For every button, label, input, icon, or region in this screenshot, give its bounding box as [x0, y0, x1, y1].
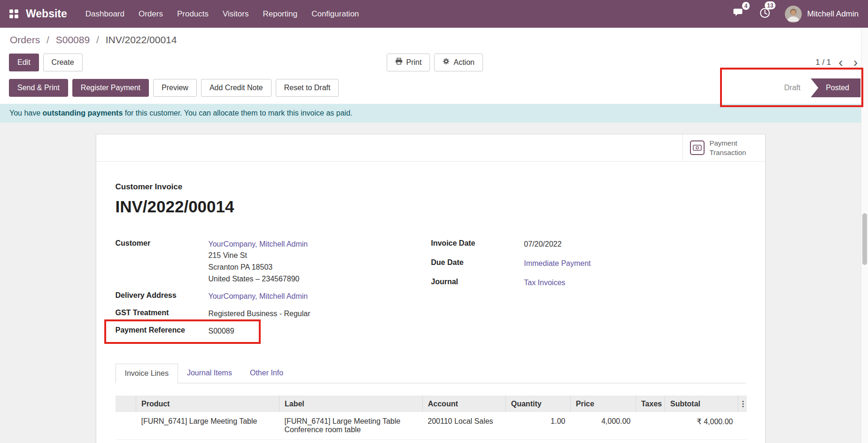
- sheet-body: Customer Invoice INV/2022/00014 Customer…: [96, 162, 765, 443]
- address-line: United States – 234567890: [209, 273, 308, 285]
- gst-treatment-value: Registered Business - Regular: [209, 308, 310, 319]
- menu-configuration[interactable]: Configuration: [304, 0, 366, 28]
- tab-journal-items[interactable]: Journal Items: [178, 364, 241, 383]
- breadcrumb-orders[interactable]: Orders: [10, 34, 40, 45]
- outstanding-payments-alert: You have outstanding payments for this c…: [0, 104, 868, 123]
- menu-dashboard[interactable]: Dashboard: [78, 0, 132, 28]
- add-credit-note-button[interactable]: Add Credit Note: [201, 79, 271, 96]
- field-payment-reference: Payment Reference S00089: [116, 326, 431, 337]
- cell-product: [FURN_6741] Large Meeting Table: [136, 412, 279, 440]
- preview-button[interactable]: Preview: [153, 79, 197, 96]
- payment-terms-link[interactable]: Immediate Payment: [524, 259, 591, 267]
- edit-button[interactable]: Edit: [9, 54, 39, 71]
- due-date-label: Due Date: [431, 258, 524, 269]
- activities-badge: 13: [765, 1, 775, 9]
- breadcrumb-separator: /: [46, 34, 49, 45]
- register-payment-button[interactable]: Register Payment: [72, 79, 149, 96]
- send-print-button[interactable]: Send & Print: [9, 79, 68, 96]
- field-gst-treatment: GST Treatment Registered Business - Regu…: [116, 308, 431, 319]
- journal-link[interactable]: Tax Invoices: [524, 279, 566, 287]
- user-menu[interactable]: Mitchell Admin: [785, 6, 859, 23]
- column-product[interactable]: Product: [136, 396, 279, 412]
- grid-square: [9, 9, 13, 13]
- pager-next-icon[interactable]: ›: [851, 56, 860, 69]
- messages-badge: 4: [742, 2, 750, 10]
- field-group: Customer YourCompany, Mitchell Admin 215…: [116, 239, 746, 343]
- alert-text: You have: [9, 109, 43, 117]
- main-menu: Dashboard Orders Products Visitors Repor…: [78, 0, 366, 28]
- delivery-address-label: Delivery Address: [116, 291, 209, 302]
- address-line: 215 Vine St: [209, 250, 308, 262]
- customer-label: Customer: [116, 239, 209, 285]
- invoice-line-row[interactable]: [FURN_6741] Large Meeting Table [FURN_67…: [116, 412, 747, 440]
- cell-account: 200110 Local Sales: [423, 412, 506, 440]
- clock-icon: [760, 12, 770, 20]
- cell-subtotal: ₹ 4,000.00: [665, 412, 738, 440]
- invoice-number-title: INV/2022/00014: [116, 197, 746, 216]
- menu-visitors[interactable]: Visitors: [216, 0, 256, 28]
- drag-handle-cell: [116, 412, 136, 440]
- messages-button[interactable]: 4: [727, 5, 751, 23]
- user-name: Mitchell Admin: [807, 9, 859, 19]
- delivery-address-link[interactable]: YourCompany, Mitchell Admin: [209, 292, 308, 300]
- create-button[interactable]: Create: [43, 54, 83, 71]
- menu-orders[interactable]: Orders: [132, 0, 170, 28]
- field-customer: Customer YourCompany, Mitchell Admin 215…: [116, 239, 431, 285]
- menu-products[interactable]: Products: [170, 0, 216, 28]
- scrollbar-thumb[interactable]: [862, 213, 867, 265]
- control-panel-row-2: Send & Print Register Payment Preview Ad…: [9, 78, 860, 97]
- field-due-date: Due Date Immediate Payment: [431, 258, 746, 269]
- column-label[interactable]: Label: [279, 396, 423, 412]
- printer-icon: [395, 58, 403, 67]
- grid-square: [9, 15, 13, 18]
- breadcrumb-separator: /: [96, 34, 99, 45]
- column-options-icon[interactable]: ⋮: [739, 400, 747, 408]
- column-price[interactable]: Price: [571, 396, 636, 412]
- pager-previous-icon[interactable]: ‹: [836, 56, 845, 69]
- navbar-systray: 4 13 Mitchell Admin: [727, 5, 868, 23]
- status-posted: Posted: [811, 78, 860, 97]
- breadcrumb-sale-order[interactable]: S00089: [56, 34, 90, 45]
- field-invoice-date: Invoice Date 07/20/2022: [431, 239, 746, 250]
- page-scrollbar[interactable]: [861, 28, 868, 443]
- row-options-cell: [738, 412, 747, 440]
- alert-text-bold: outstanding payments: [43, 109, 123, 117]
- column-account[interactable]: Account: [423, 396, 506, 412]
- cell-price: 4,000.00: [571, 412, 636, 440]
- grid-square: [15, 9, 18, 13]
- label-line-2: Conference room table: [285, 426, 418, 434]
- breadcrumb-current: INV/2022/00014: [106, 34, 177, 45]
- statusbar: Draft Posted: [774, 78, 860, 97]
- reset-to-draft-button[interactable]: Reset to Draft: [276, 79, 339, 96]
- stat-button-label-line2: Transaction: [710, 148, 746, 157]
- cell-quantity: 1.00: [506, 412, 571, 440]
- payment-reference-value: S00089: [209, 326, 234, 337]
- column-taxes[interactable]: Taxes: [636, 396, 665, 412]
- activities-button[interactable]: 13: [753, 5, 776, 23]
- app-name[interactable]: Website: [26, 8, 67, 20]
- column-quantity[interactable]: Quantity: [506, 396, 571, 412]
- action-button-label: Action: [454, 58, 474, 67]
- stat-button-area: Payment Transaction: [96, 134, 765, 162]
- form-view-background: Payment Transaction Customer Invoice INV…: [0, 123, 868, 443]
- invoice-date-label: Invoice Date: [431, 239, 524, 250]
- print-button[interactable]: Print: [387, 54, 430, 71]
- apps-grid-icon[interactable]: [9, 9, 18, 18]
- chat-icon: [733, 11, 744, 19]
- pager: 1 / 1 ‹ ›: [815, 56, 860, 69]
- invoice-lines-table: Product Label Account Quantity Price Tax…: [116, 396, 747, 440]
- invoice-sheet: Payment Transaction Customer Invoice INV…: [96, 134, 766, 443]
- tab-other-info[interactable]: Other Info: [241, 364, 292, 383]
- action-button[interactable]: Action: [434, 54, 483, 71]
- customer-link[interactable]: YourCompany, Mitchell Admin: [209, 240, 308, 248]
- breadcrumb: Orders / S00089 / INV/2022/00014: [10, 34, 860, 46]
- tab-invoice-lines[interactable]: Invoice Lines: [116, 364, 178, 383]
- column-subtotal[interactable]: Subtotal: [665, 396, 738, 412]
- payment-transaction-button[interactable]: Payment Transaction: [682, 134, 765, 161]
- status-draft[interactable]: Draft: [774, 84, 811, 92]
- gear-icon: [443, 58, 450, 67]
- print-button-label: Print: [406, 58, 422, 67]
- field-journal: Journal Tax Invoices: [431, 277, 746, 288]
- menu-reporting[interactable]: Reporting: [256, 0, 304, 28]
- cell-taxes: [636, 412, 665, 440]
